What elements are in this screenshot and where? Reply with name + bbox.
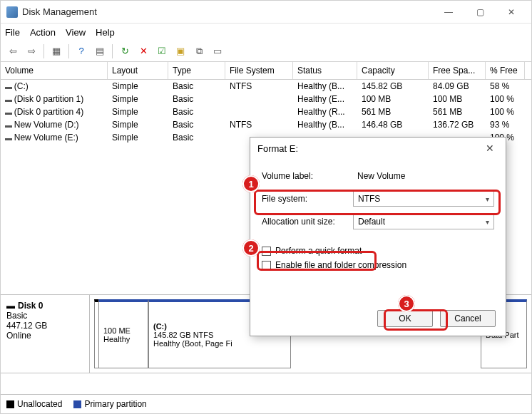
delete-icon[interactable]: ✕ bbox=[135, 43, 151, 59]
disk-header[interactable]: ▬ Disk 0 Basic 447.12 GB Online bbox=[1, 295, 90, 373]
header-capacity[interactable]: Capacity bbox=[357, 62, 429, 79]
menu-help[interactable]: Help bbox=[96, 27, 115, 38]
properties-icon[interactable]: ▣ bbox=[173, 43, 188, 59]
select-alloc-size[interactable]: Default▾ bbox=[353, 214, 494, 229]
settings-icon[interactable]: ⧉ bbox=[191, 43, 207, 59]
volume-row[interactable]: New Volume (D:) Simple Basic NTFS Health… bbox=[1, 118, 531, 131]
views-icon[interactable]: ▦ bbox=[48, 43, 64, 59]
checkbox-quick-format[interactable]: Perform a quick format bbox=[262, 246, 494, 256]
checkbox-icon bbox=[262, 261, 271, 270]
forward-icon[interactable]: ⇨ bbox=[24, 43, 39, 59]
label-file-system: File system: bbox=[262, 194, 353, 204]
column-headers: Volume Layout Type File System Status Ca… bbox=[1, 62, 531, 80]
header-freespace[interactable]: Free Spa... bbox=[429, 62, 486, 79]
legend-primary: Primary partition bbox=[73, 399, 146, 409]
extra-icon[interactable]: ▭ bbox=[210, 43, 225, 59]
menubar: File Action View Help bbox=[1, 24, 531, 41]
window-title: Disk Management bbox=[22, 6, 434, 17]
menu-view[interactable]: View bbox=[66, 27, 86, 38]
volume-row[interactable]: (Disk 0 partition 1) Simple Basic Health… bbox=[1, 93, 531, 105]
menu-action[interactable]: Action bbox=[30, 27, 56, 38]
app-icon bbox=[6, 6, 18, 18]
header-pctfree[interactable]: % Free bbox=[486, 62, 525, 79]
header-volume[interactable]: Volume bbox=[1, 62, 108, 79]
header-layout[interactable]: Layout bbox=[108, 62, 168, 79]
cancel-button[interactable]: Cancel bbox=[440, 310, 496, 327]
badge-2: 2 bbox=[242, 239, 260, 257]
partition-block[interactable]: 100 ME Healthy bbox=[98, 299, 148, 368]
titlebar: Disk Management — ▢ ✕ bbox=[1, 1, 531, 24]
badge-1: 1 bbox=[242, 175, 260, 192]
minimize-button[interactable]: — bbox=[434, 2, 463, 22]
refresh-icon[interactable]: ↻ bbox=[117, 43, 133, 59]
dialog-close-button[interactable]: ✕ bbox=[481, 143, 498, 154]
ok-button[interactable]: OK bbox=[377, 310, 433, 327]
volume-row[interactable]: (C:) Simple Basic NTFS Healthy (B... 145… bbox=[1, 80, 531, 93]
volume-row[interactable]: (Disk 0 partition 4) Simple Basic Health… bbox=[1, 105, 531, 118]
select-file-system[interactable]: NTFS▾ bbox=[353, 191, 494, 207]
disk-icon: ▬ bbox=[6, 301, 15, 311]
back-icon[interactable]: ⇦ bbox=[5, 43, 21, 59]
chevron-down-icon: ▾ bbox=[486, 218, 489, 226]
maximize-button[interactable]: ▢ bbox=[466, 2, 494, 22]
checkbox-icon bbox=[262, 247, 271, 256]
legend: Unallocated Primary partition bbox=[1, 394, 531, 413]
help-icon[interactable]: ? bbox=[73, 43, 89, 59]
header-type[interactable]: Type bbox=[168, 62, 225, 79]
format-dialog: Format E: ✕ Volume label: New Volume Fil… bbox=[250, 137, 506, 336]
close-button[interactable]: ✕ bbox=[497, 2, 526, 22]
chevron-down-icon: ▾ bbox=[486, 195, 489, 203]
label-volume-label: Volume label: bbox=[262, 171, 353, 181]
header-filesystem[interactable]: File System bbox=[225, 62, 293, 79]
legend-unallocated: Unallocated bbox=[6, 399, 62, 409]
input-volume-label[interactable]: New Volume bbox=[353, 168, 494, 184]
label-alloc-size: Allocation unit size: bbox=[262, 217, 353, 227]
list-icon[interactable]: ▤ bbox=[92, 43, 108, 59]
checkbox-enable-compression[interactable]: Enable file and folder compression bbox=[262, 260, 494, 270]
dialog-title: Format E: bbox=[257, 143, 481, 154]
header-status[interactable]: Status bbox=[293, 62, 357, 79]
volume-list: Volume Layout Type File System Status Ca… bbox=[1, 62, 531, 144]
check-icon[interactable]: ☑ bbox=[154, 43, 170, 59]
badge-3: 3 bbox=[398, 295, 415, 312]
toolbar: ⇦ ⇨ ▦ ? ▤ ↻ ✕ ☑ ▣ ⧉ ▭ bbox=[1, 41, 531, 62]
menu-file[interactable]: File bbox=[5, 27, 20, 38]
